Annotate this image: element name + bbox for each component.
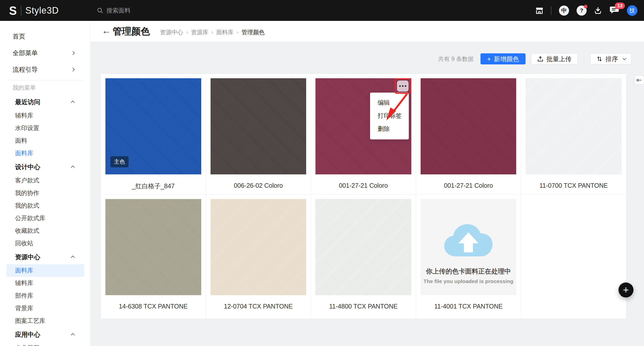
breadcrumb-separator: › (211, 29, 213, 36)
sidebar-item-component-lib[interactable]: 部件库 (0, 289, 90, 302)
section-header-label: 资源中心 (15, 253, 40, 261)
sidebar-item-accessory-lib[interactable]: 辅料库 (0, 277, 90, 289)
section-header-label: 设计中心 (15, 163, 40, 171)
sidebar-item-recent-accessory-lib[interactable]: 辅料库 (0, 109, 90, 122)
sidebar-item-my-styles[interactable]: 我的款式 (0, 199, 90, 212)
search-input[interactable]: 搜索面料 (97, 0, 131, 21)
chevron-up-icon (71, 256, 75, 260)
user-avatar[interactable]: 技 (627, 5, 637, 16)
sidebar-item-label: 辅料库 (15, 111, 33, 120)
card-label: 006-26-02 Coloro (211, 182, 306, 189)
card-label: 12-0704 TCX PANTONE (211, 303, 306, 310)
back-button[interactable]: ← (102, 25, 111, 36)
chevron-up-icon (71, 333, 75, 337)
card-label: 11-4001 TCX PANTONE (421, 303, 516, 310)
section-header-label: 应用中心 (15, 330, 40, 339)
sidebar-item-all-menu[interactable]: 全部菜单 (0, 45, 90, 61)
sidebar-item-fabric-lib-active[interactable]: 面料库 (6, 264, 84, 277)
sidebar-section-app-center[interactable]: 应用中心 (0, 327, 90, 342)
help-button[interactable]: ? (577, 6, 587, 16)
language-button[interactable]: 中 (559, 6, 569, 16)
download-icon[interactable] (594, 7, 602, 14)
topbar-divider (551, 6, 551, 15)
sidebar-item-background-lib[interactable]: 背景库 (0, 302, 90, 315)
collapse-panel-button[interactable]: ⇤ (634, 75, 644, 85)
sidebar-item-customer-styles[interactable]: 客户款式 (0, 174, 90, 187)
sidebar-item-pattern-craft-lib[interactable]: 图案工艺库 (0, 315, 90, 327)
card-label: 14-6308 TCX PANTONE (105, 303, 201, 310)
sidebar-item-home[interactable]: 首页 (0, 28, 90, 45)
sidebar-item-label: 辅料库 (15, 279, 33, 287)
menu-item-edit[interactable]: 编辑 (370, 96, 409, 109)
color-swatch[interactable]: 主色 (105, 78, 201, 174)
sort-button[interactable]: 排序 (590, 53, 631, 64)
sidebar-item-label: 回收站 (15, 239, 33, 247)
help-label: ? (580, 7, 583, 14)
messages-button[interactable]: 13 (609, 6, 619, 16)
color-swatch[interactable] (315, 199, 411, 295)
color-card: 主色 _红白格子_847 (101, 74, 206, 195)
message-count-badge: 13 (615, 3, 625, 9)
sidebar-item-label: 首页 (13, 32, 25, 41)
search-icon (97, 7, 103, 14)
card-label: 11-0700 TCX PANTONE (526, 182, 622, 189)
breadcrumb-current: 管理颜色 (242, 28, 265, 36)
breadcrumb-item[interactable]: 资源中心 (160, 28, 183, 36)
sidebar-item-my-collaboration[interactable]: 我的协作 (0, 187, 90, 199)
sidebar-section-recent[interactable]: 最近访问 (0, 95, 90, 109)
processing-text-en: The file you uploaded is processing (424, 278, 513, 284)
color-swatch[interactable] (105, 199, 201, 295)
breadcrumb-separator: › (237, 29, 238, 36)
sidebar-item-recycle-bin[interactable]: 回收站 (0, 237, 90, 250)
color-swatch[interactable] (211, 78, 306, 174)
topbar-actions: 中 ? 13 技 (535, 5, 644, 16)
color-card: 11-4800 TCX PANTONE (311, 195, 416, 319)
color-card-grid: 主色 _红白格子_847 006-26-02 Coloro 编辑 打印标签 删除 (101, 73, 626, 319)
menu-item-delete[interactable]: 删除 (370, 122, 409, 135)
page-header: ← 管理颜色 资源中心 › 资源库 › 面料库 › 管理颜色 (91, 21, 644, 42)
breadcrumb-item[interactable]: 资源库 (191, 28, 208, 36)
my-menu-label: 我的菜单 (0, 81, 90, 95)
list-toolbar: 共有 9 条数据 + 新增颜色 批量上传 排序 (438, 53, 631, 64)
language-label: 中 (561, 7, 567, 14)
breadcrumb: 资源中心 › 资源库 › 面料库 › 管理颜色 (160, 28, 265, 36)
sidebar-section-resource-center[interactable]: 资源中心 (0, 250, 90, 264)
sidebar: 首页 全部菜单 流程引导 我的菜单 最近访问 辅料库 水印设置 面料 面料库 设 (0, 21, 91, 346)
sidebar-item-fabric[interactable]: 面料 (0, 134, 90, 147)
card-label: 11-4800 TCX PANTONE (315, 303, 411, 310)
color-card-with-menu: 编辑 打印标签 删除 001-27-21 Coloro (311, 74, 416, 195)
batch-upload-button[interactable]: 批量上传 (531, 53, 578, 64)
empty-cell (521, 195, 626, 319)
sidebar-item-enterprise-showroom[interactable]: 企业展厅 (0, 342, 90, 346)
sidebar-item-label: 面料库 (15, 266, 33, 275)
menu-item-print-label[interactable]: 打印标签 (370, 109, 409, 122)
sidebar-section-design-center[interactable]: 设计中心 (0, 160, 90, 174)
sidebar-item-label: 全部菜单 (13, 49, 38, 57)
app-logo: S Style3D (0, 5, 59, 16)
sidebar-item-recent-fabric-lib[interactable]: 面料库 (0, 147, 90, 160)
search-placeholder: 搜索面料 (106, 7, 131, 15)
help-notification-dot (584, 5, 587, 8)
topbar: S Style3D 搜索面料 中 ? (0, 0, 644, 21)
plus-icon: + (623, 284, 629, 296)
color-card: 001-27-21 Coloro (416, 74, 521, 195)
main-color-badge: 主色 (110, 156, 129, 167)
sidebar-item-public-style-lib[interactable]: 公开款式库 (0, 212, 90, 224)
logo-mark-icon: S (9, 4, 17, 16)
breadcrumb-item[interactable]: 面料库 (216, 28, 234, 36)
logo-text: Style3D (25, 5, 59, 16)
section-header-label: 最近访问 (15, 98, 40, 106)
chevron-right-icon (71, 51, 75, 55)
sidebar-item-label: 背景库 (15, 304, 33, 312)
sidebar-item-flow-guide[interactable]: 流程引导 (0, 61, 90, 78)
store-icon[interactable] (535, 7, 543, 14)
floating-add-button[interactable]: + (618, 282, 633, 297)
color-swatch[interactable] (421, 78, 516, 174)
color-swatch[interactable] (211, 199, 306, 295)
add-color-button[interactable]: + 新增颜色 (480, 53, 526, 64)
sidebar-item-watermark-settings[interactable]: 水印设置 (0, 122, 90, 134)
sidebar-item-label: 图案工艺库 (15, 317, 45, 325)
sidebar-item-favorite-styles[interactable]: 收藏款式 (0, 224, 90, 237)
add-color-label: 新增颜色 (494, 55, 519, 63)
color-swatch[interactable] (526, 78, 622, 174)
